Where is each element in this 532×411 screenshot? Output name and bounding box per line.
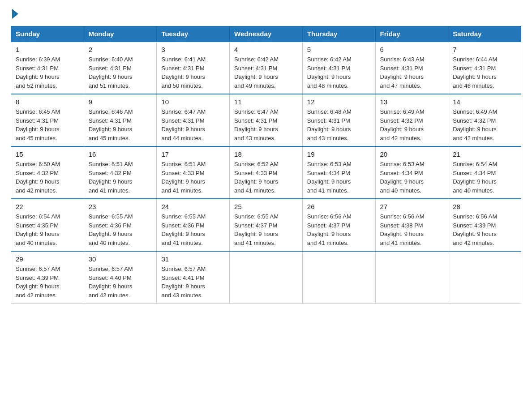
calendar-week-row: 15 Sunrise: 6:50 AMSunset: 4:32 PMDaylig…: [11, 146, 521, 199]
day-number: 6: [380, 46, 444, 53]
weekday-header-thursday: Thursday: [302, 26, 375, 42]
calendar-cell: 29 Sunrise: 6:57 AMSunset: 4:39 PMDaylig…: [11, 251, 84, 304]
calendar-cell: 31 Sunrise: 6:57 AMSunset: 4:41 PMDaylig…: [157, 251, 230, 304]
day-number: 24: [161, 203, 225, 210]
day-info: Sunrise: 6:56 AMSunset: 4:38 PMDaylight:…: [380, 212, 444, 247]
day-info: Sunrise: 6:42 AMSunset: 4:31 PMDaylight:…: [307, 55, 371, 90]
calendar-cell: 15 Sunrise: 6:50 AMSunset: 4:32 PMDaylig…: [11, 146, 84, 199]
day-number: 11: [234, 98, 298, 106]
day-number: 31: [161, 255, 225, 263]
day-info: Sunrise: 6:42 AMSunset: 4:31 PMDaylight:…: [234, 55, 298, 90]
day-number: 2: [89, 46, 152, 53]
day-info: Sunrise: 6:47 AMSunset: 4:31 PMDaylight:…: [234, 107, 298, 142]
weekday-header-tuesday: Tuesday: [157, 26, 230, 42]
calendar-week-row: 22 Sunrise: 6:54 AMSunset: 4:35 PMDaylig…: [11, 199, 521, 251]
day-number: 14: [453, 98, 516, 106]
day-number: 13: [380, 98, 444, 106]
weekday-header-friday: Friday: [375, 26, 448, 42]
day-number: 5: [307, 46, 371, 53]
day-number: 19: [307, 150, 371, 158]
calendar-cell: 17 Sunrise: 6:51 AMSunset: 4:33 PMDaylig…: [157, 146, 230, 199]
day-number: 18: [234, 150, 298, 158]
day-number: 8: [16, 98, 79, 106]
day-info: Sunrise: 6:57 AMSunset: 4:39 PMDaylight:…: [16, 265, 79, 300]
calendar-cell: 11 Sunrise: 6:47 AMSunset: 4:31 PMDaylig…: [230, 94, 303, 146]
logo-arrow-icon: [12, 9, 18, 19]
day-number: 9: [89, 98, 152, 106]
calendar-cell: 25 Sunrise: 6:55 AMSunset: 4:37 PMDaylig…: [230, 199, 303, 251]
calendar-cell: 22 Sunrise: 6:54 AMSunset: 4:35 PMDaylig…: [11, 199, 84, 251]
day-info: Sunrise: 6:56 AMSunset: 4:37 PMDaylight:…: [307, 212, 371, 247]
calendar-cell: 14 Sunrise: 6:49 AMSunset: 4:32 PMDaylig…: [448, 94, 521, 146]
day-number: 30: [89, 255, 152, 263]
day-info: Sunrise: 6:45 AMSunset: 4:31 PMDaylight:…: [16, 107, 79, 142]
day-number: 28: [453, 203, 516, 210]
calendar-week-row: 8 Sunrise: 6:45 AMSunset: 4:31 PMDayligh…: [11, 94, 521, 146]
day-info: Sunrise: 6:57 AMSunset: 4:41 PMDaylight:…: [161, 265, 225, 300]
calendar-cell: 12 Sunrise: 6:48 AMSunset: 4:31 PMDaylig…: [302, 94, 375, 146]
logo: [11, 11, 18, 19]
day-number: 20: [380, 150, 444, 158]
calendar-cell: 18 Sunrise: 6:52 AMSunset: 4:33 PMDaylig…: [230, 146, 303, 199]
day-info: Sunrise: 6:49 AMSunset: 4:32 PMDaylight:…: [453, 107, 516, 142]
calendar-cell: 21 Sunrise: 6:54 AMSunset: 4:34 PMDaylig…: [448, 146, 521, 199]
day-info: Sunrise: 6:55 AMSunset: 4:36 PMDaylight:…: [89, 212, 152, 247]
calendar-cell: 7 Sunrise: 6:44 AMSunset: 4:31 PMDayligh…: [448, 42, 521, 94]
day-info: Sunrise: 6:57 AMSunset: 4:40 PMDaylight:…: [89, 265, 152, 300]
day-number: 29: [16, 255, 79, 263]
weekday-header-sunday: Sunday: [11, 26, 84, 42]
day-number: 21: [453, 150, 516, 158]
calendar-cell: 30 Sunrise: 6:57 AMSunset: 4:40 PMDaylig…: [84, 251, 157, 304]
calendar-cell: [230, 251, 303, 304]
calendar-cell: 19 Sunrise: 6:53 AMSunset: 4:34 PMDaylig…: [302, 146, 375, 199]
day-info: Sunrise: 6:50 AMSunset: 4:32 PMDaylight:…: [16, 160, 79, 195]
day-info: Sunrise: 6:53 AMSunset: 4:34 PMDaylight:…: [380, 160, 444, 195]
day-number: 22: [16, 203, 79, 210]
day-info: Sunrise: 6:41 AMSunset: 4:31 PMDaylight:…: [161, 55, 225, 90]
calendar-cell: 2 Sunrise: 6:40 AMSunset: 4:31 PMDayligh…: [84, 42, 157, 94]
weekday-header-wednesday: Wednesday: [230, 26, 303, 42]
calendar-cell: 9 Sunrise: 6:46 AMSunset: 4:31 PMDayligh…: [84, 94, 157, 146]
calendar-cell: 1 Sunrise: 6:39 AMSunset: 4:31 PMDayligh…: [11, 42, 84, 94]
day-info: Sunrise: 6:54 AMSunset: 4:34 PMDaylight:…: [453, 160, 516, 195]
calendar-cell: 28 Sunrise: 6:56 AMSunset: 4:39 PMDaylig…: [448, 199, 521, 251]
calendar-cell: 8 Sunrise: 6:45 AMSunset: 4:31 PMDayligh…: [11, 94, 84, 146]
calendar-cell: 26 Sunrise: 6:56 AMSunset: 4:37 PMDaylig…: [302, 199, 375, 251]
day-info: Sunrise: 6:55 AMSunset: 4:36 PMDaylight:…: [161, 212, 225, 247]
day-info: Sunrise: 6:39 AMSunset: 4:31 PMDaylight:…: [16, 55, 79, 90]
calendar-cell: 4 Sunrise: 6:42 AMSunset: 4:31 PMDayligh…: [230, 42, 303, 94]
day-info: Sunrise: 6:56 AMSunset: 4:39 PMDaylight:…: [453, 212, 516, 247]
day-info: Sunrise: 6:43 AMSunset: 4:31 PMDaylight:…: [380, 55, 444, 90]
day-number: 23: [89, 203, 152, 210]
day-number: 16: [89, 150, 152, 158]
day-number: 12: [307, 98, 371, 106]
day-info: Sunrise: 6:40 AMSunset: 4:31 PMDaylight:…: [89, 55, 152, 90]
day-number: 26: [307, 203, 371, 210]
day-info: Sunrise: 6:44 AMSunset: 4:31 PMDaylight:…: [453, 55, 516, 90]
day-info: Sunrise: 6:52 AMSunset: 4:33 PMDaylight:…: [234, 160, 298, 195]
day-info: Sunrise: 6:54 AMSunset: 4:35 PMDaylight:…: [16, 212, 79, 247]
day-info: Sunrise: 6:49 AMSunset: 4:32 PMDaylight:…: [380, 107, 444, 142]
calendar-week-row: 1 Sunrise: 6:39 AMSunset: 4:31 PMDayligh…: [11, 42, 521, 94]
calendar-table: SundayMondayTuesdayWednesdayThursdayFrid…: [11, 26, 521, 304]
page-header: [11, 11, 521, 19]
calendar-cell: 23 Sunrise: 6:55 AMSunset: 4:36 PMDaylig…: [84, 199, 157, 251]
calendar-cell: 10 Sunrise: 6:47 AMSunset: 4:31 PMDaylig…: [157, 94, 230, 146]
calendar-cell: 5 Sunrise: 6:42 AMSunset: 4:31 PMDayligh…: [302, 42, 375, 94]
calendar-cell: 6 Sunrise: 6:43 AMSunset: 4:31 PMDayligh…: [375, 42, 448, 94]
calendar-week-row: 29 Sunrise: 6:57 AMSunset: 4:39 PMDaylig…: [11, 251, 521, 304]
day-info: Sunrise: 6:55 AMSunset: 4:37 PMDaylight:…: [234, 212, 298, 247]
weekday-header-monday: Monday: [84, 26, 157, 42]
day-number: 7: [453, 46, 516, 53]
day-info: Sunrise: 6:51 AMSunset: 4:33 PMDaylight:…: [161, 160, 225, 195]
calendar-cell: [302, 251, 375, 304]
day-info: Sunrise: 6:53 AMSunset: 4:34 PMDaylight:…: [307, 160, 371, 195]
day-number: 25: [234, 203, 298, 210]
calendar-cell: 16 Sunrise: 6:51 AMSunset: 4:32 PMDaylig…: [84, 146, 157, 199]
calendar-cell: [375, 251, 448, 304]
day-number: 17: [161, 150, 225, 158]
day-number: 1: [16, 46, 79, 53]
day-number: 15: [16, 150, 79, 158]
calendar-cell: 24 Sunrise: 6:55 AMSunset: 4:36 PMDaylig…: [157, 199, 230, 251]
day-number: 4: [234, 46, 298, 53]
